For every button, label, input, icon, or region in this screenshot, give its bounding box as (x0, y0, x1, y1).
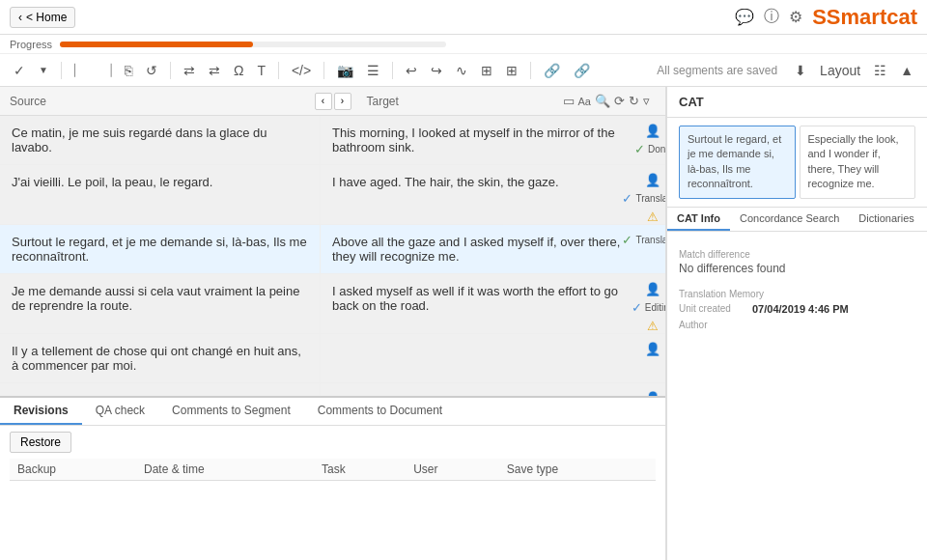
main-layout: Source ‹ › Target ▭ Aa 🔍 ⟳ ↻ ▿ (0, 87, 927, 560)
cat-info-tabs: CAT Info Concordance Search Dictionaries (667, 208, 927, 232)
restore-button[interactable]: Restore (10, 432, 71, 453)
sep4 (323, 62, 324, 79)
settings-icon[interactable]: ⚙ (789, 8, 802, 26)
segment-row[interactable]: Il y a tellement de chose qui ont changé… (0, 334, 665, 383)
split-btn[interactable]: ⎸ (70, 60, 90, 80)
help-icon[interactable]: ⓘ (764, 7, 779, 27)
chat-icon[interactable]: 💬 (735, 8, 754, 26)
unlink-btn[interactable]: 🔗 (570, 61, 594, 80)
undo-btn[interactable]: ↺ (142, 61, 161, 80)
bottom-panel: Revisions QA check Comments to Segment C… (0, 396, 665, 560)
cat-header: CAT (667, 87, 927, 118)
cat-tab-content: Match difference No differences found Tr… (667, 232, 927, 342)
segment-target[interactable]: This morning, I looked at myself in the … (321, 116, 640, 164)
sep3 (278, 62, 279, 79)
author-row: Author (679, 320, 915, 332)
segment-target[interactable]: I have aged. The hair, the skin, the gaz… (321, 165, 640, 224)
warning-icon: ⚠ (647, 210, 659, 224)
home-label: < Home (26, 11, 67, 24)
grid2-btn[interactable]: ⊞ (502, 61, 521, 80)
next-segment-btn[interactable]: › (334, 93, 351, 110)
segment-row[interactable]: Je me demande aussi si cela vaut vraimen… (0, 274, 665, 334)
search-icon[interactable]: 🔍 (595, 94, 610, 108)
segment-row[interactable]: J'ai vieilli. Le poil, la peau, le regar… (0, 165, 665, 225)
person-icon: 👤 (645, 282, 660, 296)
col-backup: Backup (10, 459, 136, 481)
segment-actions: 👤 (640, 383, 665, 396)
sep2 (170, 62, 171, 79)
target-col-header: Target ▭ Aa 🔍 ⟳ ↻ ▿ (357, 94, 666, 108)
source-col-header: Source (0, 95, 309, 108)
segment-source: Surtout le regard, et je me demande si, … (0, 225, 321, 273)
code-btn[interactable]: </> (288, 61, 315, 80)
top-icons: 💬 ⓘ ⚙ SSmartcat (735, 5, 917, 30)
segment-source: Il y a tellement de chose qui ont changé… (0, 334, 321, 382)
arrows2-btn[interactable]: ⇄ (205, 61, 224, 80)
segment-source: J'ai vieilli. Le poil, la peau, le regar… (0, 165, 321, 224)
segment-source: Ce matin, je me suis regardé dans la gla… (0, 116, 321, 164)
rotate-icon[interactable]: ↻ (629, 94, 639, 108)
segment-target[interactable] (321, 334, 640, 382)
collapse-btn[interactable]: ▲ (896, 61, 917, 80)
segment-target[interactable] (321, 383, 640, 396)
segment-target[interactable]: I asked myself as well if it was worth t… (321, 274, 640, 333)
toolbar: ✓ ▼ ⎸ ⎹ ⎘ ↺ ⇄ ⇄ Ω T </> 📷 ☰ ↩ ↪ ∿ ⊞ ⊞ 🔗 … (0, 54, 927, 87)
format-btn[interactable]: T (253, 61, 269, 80)
tab-qa-check[interactable]: QA check (82, 398, 158, 425)
unit-created-value: 07/04/2019 4:46 PM (752, 303, 849, 316)
cat-matches: Surtout le regard, et je me demande si, … (667, 118, 927, 208)
col-task: Task (314, 459, 406, 481)
cat-tab-dictionaries[interactable]: Dictionaries (849, 208, 923, 231)
bottom-tab-content: Restore Backup Date & time Task User Sav… (0, 426, 665, 560)
cat-match-left[interactable]: Surtout le regard, et je me demande si, … (679, 126, 796, 199)
tab-revisions[interactable]: Revisions (0, 398, 82, 425)
progress-fill (60, 42, 253, 47)
grid-btn[interactable]: ⊞ (477, 61, 496, 80)
segment-target[interactable]: Above all the gaze and I asked myself if… (321, 225, 640, 273)
undo2-btn[interactable]: ↩ (402, 61, 421, 80)
translation-memory-label: Translation Memory (679, 289, 915, 299)
layout-btn[interactable]: Layout (816, 61, 864, 80)
segment-actions: 👤 ✓ Editing ⚠ (640, 274, 665, 333)
top-bar: ‹ < Home 💬 ⓘ ⚙ SSmartcat (0, 0, 927, 35)
home-chevron-icon: ‹ (18, 11, 22, 24)
segment-row[interactable]: Malgré tout, il faut que je règle cette … (0, 383, 665, 396)
cat-tab-info[interactable]: CAT Info (667, 208, 730, 231)
home-button[interactable]: ‹ < Home (10, 7, 75, 28)
cat-match-right[interactable]: Especially the look, and I wonder if, th… (800, 126, 916, 199)
redo-btn[interactable]: ↪ (427, 61, 446, 80)
segment-actions: 👤 ✓ Translating ⚠ (640, 165, 665, 224)
save-status: All segments are saved (657, 64, 777, 77)
segment-source: Malgré tout, il faut que je règle cette … (0, 383, 321, 396)
merge-btn[interactable]: ⎹ (96, 60, 115, 80)
tab-comments-segment[interactable]: Comments to Segment (158, 398, 304, 425)
download-btn[interactable]: ⬇ (791, 61, 810, 80)
filter-icon[interactable]: ▿ (643, 94, 650, 108)
segment-row[interactable]: Surtout le regard, et je me demande si, … (0, 225, 665, 274)
person-icon: 👤 (645, 124, 660, 138)
list-btn[interactable]: ☰ (363, 61, 383, 80)
editor-nav: ‹ › (309, 93, 357, 110)
copy-icon[interactable]: ⟳ (614, 94, 625, 108)
font-size-icon[interactable]: Aa (578, 96, 591, 107)
person-icon: 👤 (645, 342, 660, 356)
sep6 (530, 62, 531, 79)
omega-btn[interactable]: Ω (230, 61, 247, 80)
confirm-dropdown-btn[interactable]: ▼ (35, 63, 52, 77)
resize-icon[interactable]: ▭ (563, 94, 575, 108)
camera-btn[interactable]: 📷 (333, 61, 357, 80)
progress-label: Progress (10, 39, 52, 50)
confirm-btn[interactable]: ✓ (10, 61, 29, 80)
segment-row[interactable]: Ce matin, je me suis regardé dans la gla… (0, 116, 665, 165)
wave-btn[interactable]: ∿ (452, 61, 471, 80)
prev-segment-btn[interactable]: ‹ (315, 93, 332, 110)
arrows-btn[interactable]: ⇄ (180, 61, 199, 80)
segment-actions: ✓ Translation (640, 225, 665, 273)
segments-container: Ce matin, je me suis regardé dans la gla… (0, 116, 665, 396)
cat-tab-concordance[interactable]: Concordance Search (730, 208, 849, 231)
grid-view-btn[interactable]: ☷ (870, 61, 890, 80)
tab-comments-document[interactable]: Comments to Document (304, 398, 456, 425)
copy-source-btn[interactable]: ⎘ (121, 61, 136, 80)
left-panel: Source ‹ › Target ▭ Aa 🔍 ⟳ ↻ ▿ (0, 87, 666, 560)
link-btn[interactable]: 🔗 (540, 61, 564, 80)
